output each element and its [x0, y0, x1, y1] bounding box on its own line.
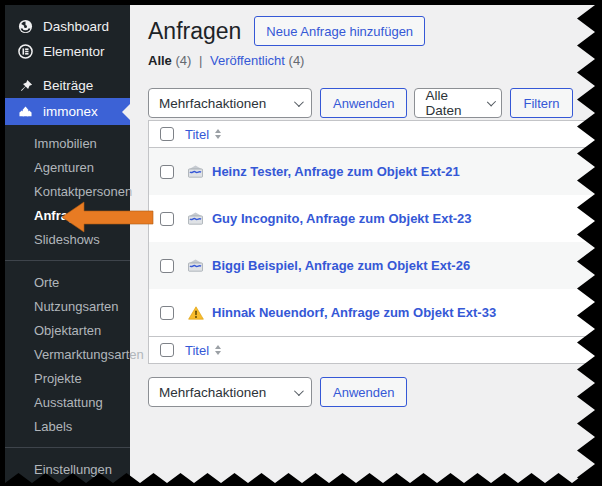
date-filter-select[interactable]: Alle Daten: [414, 88, 502, 118]
row-title-link[interactable]: Heinz Tester, Anfrage zum Objekt Ext-21: [212, 164, 460, 179]
title-column-header[interactable]: Titel: [185, 127, 221, 142]
envelope-icon: [187, 165, 204, 178]
filter-button[interactable]: Filtern: [510, 88, 572, 118]
select-all-checkbox[interactable]: [160, 127, 174, 141]
table-footer-row: Titel: [149, 336, 602, 363]
table-header-row: Titel: [149, 121, 602, 148]
top-toolbar: Mehrfachaktionen Anwenden Alle Daten Fil…: [148, 88, 602, 118]
immonex-submenu: Immobilien Agenturen Kontaktpersonen Anf…: [5, 131, 130, 251]
row-checkbox[interactable]: [160, 212, 174, 226]
sidebar-item-immobilien[interactable]: Immobilien: [5, 131, 130, 155]
title-column-label: Titel: [185, 343, 209, 358]
sidebar-item-ausstattung[interactable]: Ausstattung: [5, 390, 130, 414]
sidebar-item-nutzungsarten[interactable]: Nutzungsarten: [5, 294, 130, 318]
title-column-footer[interactable]: Titel: [185, 343, 221, 358]
sidebar-item-label: immonex: [43, 104, 98, 119]
table-row: Heinz Tester, Anfrage zum Objekt Ext-21: [149, 148, 602, 195]
page-header: Anfragen Neue Anfrage hinzufügen: [148, 16, 602, 46]
sidebar-divider: [5, 260, 130, 261]
title-column-label: Titel: [185, 127, 209, 142]
view-published-link[interactable]: Veröffentlicht: [210, 53, 285, 68]
envelope-icon: [187, 259, 204, 272]
row-checkbox-cell: [149, 259, 185, 273]
view-published-count: (4): [289, 53, 305, 68]
select-all-cell: [149, 127, 185, 141]
sidebar-item-elementor[interactable]: Elementor: [5, 39, 130, 64]
date-filter-value: Alle Daten: [425, 88, 481, 118]
main-content: Anfragen Neue Anfrage hinzufügen Alle (4…: [130, 5, 602, 486]
sort-arrows-icon: [215, 129, 221, 139]
bottom-toolbar: Mehrfachaktionen Anwenden: [148, 377, 602, 407]
sidebar-item-vermarktungsarten[interactable]: Vermarktungsarten: [5, 342, 130, 366]
row-title-link[interactable]: Biggi Beispiel, Anfrage zum Objekt Ext-2…: [212, 258, 470, 273]
sidebar-item-labels[interactable]: Labels: [5, 414, 130, 438]
immonex-settings-menu: Einstellungen Energieskala: [5, 457, 130, 486]
sidebar-item-label: Beiträge: [43, 78, 93, 93]
sidebar-item-agenturen[interactable]: Agenturen: [5, 155, 130, 179]
row-checkbox[interactable]: [160, 306, 174, 320]
select-all-checkbox[interactable]: [160, 343, 174, 357]
warning-icon: [187, 306, 204, 320]
view-all-link[interactable]: Alle: [148, 53, 172, 68]
immonex-taxonomy-menu: Orte Nutzungsarten Objektarten Vermarktu…: [5, 270, 130, 438]
envelope-icon: [187, 212, 204, 225]
row-title-link[interactable]: Guy Incognito, Anfrage zum Objekt Ext-23: [212, 211, 472, 226]
chevron-down-icon: [294, 97, 304, 107]
sidebar-item-immonex[interactable]: immonex: [5, 98, 130, 125]
annotation-arrow-icon: [55, 193, 155, 233]
sort-arrows-icon: [215, 345, 221, 355]
sidebar-item-objektarten[interactable]: Objektarten: [5, 318, 130, 342]
sidebar-item-dashboard[interactable]: Dashboard: [5, 14, 130, 39]
sidebar-divider: [5, 447, 130, 448]
sidebar-item-einstellungen[interactable]: Einstellungen: [5, 457, 130, 481]
admin-sidebar: Dashboard Elementor Beiträge immonex Imm…: [5, 5, 130, 486]
view-all-count: (4): [175, 53, 191, 68]
sidebar-item-label: Elementor: [43, 44, 105, 59]
add-new-button[interactable]: Neue Anfrage hinzufügen: [254, 16, 425, 46]
chevron-down-icon: [294, 386, 304, 396]
bulk-actions-select[interactable]: Mehrfachaktionen: [148, 88, 312, 118]
row-checkbox[interactable]: [160, 259, 174, 273]
bulk-actions-select-bottom[interactable]: Mehrfachaktionen: [148, 377, 312, 407]
elementor-icon: [18, 44, 33, 59]
pin-icon: [18, 78, 33, 93]
row-checkbox-cell: [149, 165, 185, 179]
posts-list-table: Titel Heinz Tester, Anfrage zum Objekt E…: [148, 120, 602, 364]
row-title-link[interactable]: Hinnak Neuendorf, Anfrage zum Objekt Ext…: [212, 305, 496, 320]
sidebar-gap: [5, 64, 130, 73]
row-checkbox-cell: [149, 306, 185, 320]
chevron-down-icon: [487, 97, 496, 106]
sidebar-item-projekte[interactable]: Projekte: [5, 366, 130, 390]
select-all-cell: [149, 343, 185, 357]
screenshot-frame: Dashboard Elementor Beiträge immonex Imm…: [0, 0, 602, 486]
page-title: Anfragen: [148, 16, 241, 46]
table-row: Guy Incognito, Anfrage zum Objekt Ext-23: [149, 195, 602, 242]
row-checkbox[interactable]: [160, 165, 174, 179]
sidebar-item-label: Dashboard: [43, 19, 109, 34]
sidebar-item-energieskala[interactable]: Energieskala: [5, 481, 130, 486]
table-row: Hinnak Neuendorf, Anfrage zum Objekt Ext…: [149, 289, 602, 336]
dashboard-icon: [18, 19, 33, 34]
apply-button[interactable]: Anwenden: [320, 88, 407, 118]
table-row: Biggi Beispiel, Anfrage zum Objekt Ext-2…: [149, 242, 602, 289]
view-separator: |: [199, 53, 202, 68]
bulk-actions-value: Mehrfachaktionen: [159, 385, 266, 400]
sidebar-item-orte[interactable]: Orte: [5, 270, 130, 294]
sidebar-item-beitraege[interactable]: Beiträge: [5, 73, 130, 98]
immonex-icon: [18, 104, 33, 119]
view-filter-links: Alle (4) | Veröffentlicht (4): [148, 53, 602, 68]
bulk-actions-value: Mehrfachaktionen: [159, 96, 266, 111]
apply-button-bottom[interactable]: Anwenden: [320, 377, 407, 407]
